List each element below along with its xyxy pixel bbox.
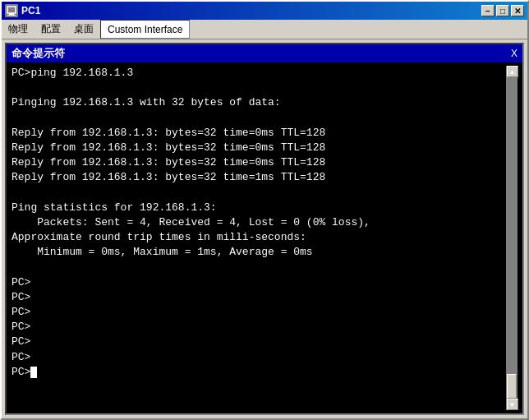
- scrollbar-down-arrow[interactable]: ▼: [507, 399, 518, 410]
- main-content: 命令提示符 X PC>ping 192.168.1.3 Pinging 192.…: [2, 39, 527, 418]
- menu-bar: 物理 配置 桌面 Custom Interface: [2, 20, 527, 39]
- main-window: PC1 − □ ✕ 物理 配置 桌面 Custom Interface 命令提示…: [0, 0, 529, 420]
- restore-button[interactable]: □: [496, 5, 509, 16]
- svg-rect-0: [7, 7, 16, 13]
- title-bar-left: PC1: [5, 4, 40, 17]
- scrollbar-up-arrow[interactable]: ▲: [507, 66, 518, 77]
- menu-item-desktop[interactable]: 桌面: [67, 20, 100, 39]
- cmd-scrollbar: ▲ ▼: [506, 66, 518, 410]
- cmd-title-text: 命令提示符: [12, 46, 65, 61]
- menu-item-physics[interactable]: 物理: [2, 20, 34, 39]
- window-title: PC1: [21, 5, 40, 16]
- svg-rect-1: [9, 13, 14, 15]
- close-button[interactable]: ✕: [511, 5, 524, 16]
- menu-item-config[interactable]: 配置: [34, 20, 67, 39]
- svg-rect-2: [7, 15, 16, 16]
- scrollbar-track: [507, 77, 518, 399]
- cmd-body: PC>ping 192.168.1.3 Pinging 192.168.1.3 …: [7, 62, 522, 413]
- title-bar: PC1 − □ ✕: [2, 2, 527, 20]
- cmd-title-bar: 命令提示符 X: [7, 44, 522, 62]
- cmd-close-button[interactable]: X: [511, 48, 518, 59]
- menu-item-custom-interface[interactable]: Custom Interface: [100, 20, 190, 39]
- cmd-content[interactable]: PC>ping 192.168.1.3 Pinging 192.168.1.3 …: [12, 66, 506, 410]
- cmd-window: 命令提示符 X PC>ping 192.168.1.3 Pinging 192.…: [5, 43, 524, 415]
- title-bar-buttons: − □ ✕: [481, 5, 524, 16]
- minimize-button[interactable]: −: [481, 5, 494, 16]
- window-icon: [5, 4, 18, 17]
- scrollbar-thumb[interactable]: [507, 374, 517, 399]
